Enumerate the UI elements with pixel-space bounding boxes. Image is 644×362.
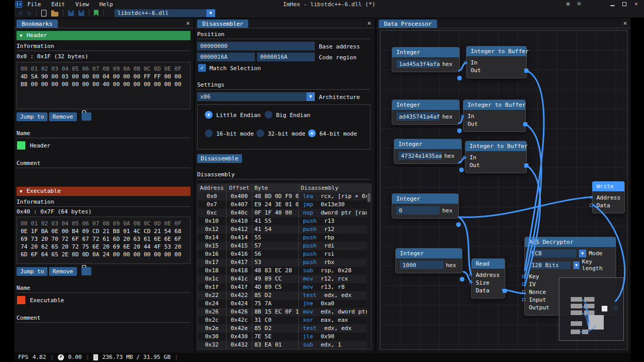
base-address-input[interactable]: 00000000 <box>197 42 315 51</box>
pin-data[interactable]: Data <box>476 287 501 294</box>
integer-value-input[interactable]: 0 <box>396 206 440 215</box>
disassemble-button[interactable]: Disassemble <box>197 154 242 163</box>
table-scrollbar[interactable] <box>367 192 371 349</box>
disassembly-row[interactable]: 0x22 0x422 85 D2 test edx, edx <box>198 291 367 300</box>
create-bookmark-icon[interactable] <box>94 10 99 17</box>
bookmark-color-swatch[interactable] <box>17 141 25 150</box>
node-title[interactable]: Integer <box>396 249 462 258</box>
node-integer-2[interactable]: Integer ad435741a4afde hex <box>392 100 460 125</box>
undo-icon[interactable]: ↺ <box>19 9 23 17</box>
radio-16-bit-mode[interactable] <box>205 129 213 137</box>
aes-keylength-value[interactable]: 128 Bits <box>529 261 571 269</box>
integer-value-input[interactable]: 47324a1435aafe <box>398 152 442 160</box>
node-title[interactable]: Write <box>592 182 624 191</box>
hex-preview[interactable]: 00 01 02 03 04 05 06 07 08 09 0A 0B 0C 0… <box>17 62 190 109</box>
disassembly-row[interactable]: 0x7 0x407 E9 24 3E 01 0 jmp 0x13e30 <box>198 201 367 209</box>
node-title[interactable]: Integer <box>394 139 461 149</box>
node-title[interactable]: Integer to Buffer <box>465 141 526 151</box>
pin-out[interactable]: Out <box>471 67 522 74</box>
disassembly-row[interactable]: 0x26 0x426 8B 15 EC 0F 1 mov edx, dword … <box>198 308 367 316</box>
feedback-smiley-icon[interactable]: ☺ <box>577 0 581 8</box>
maximize-button[interactable] <box>622 2 626 6</box>
menu-edit[interactable]: Edit <box>46 1 71 8</box>
code-region-end-input[interactable]: 0000016A <box>257 53 315 61</box>
disassembly-row[interactable]: 0x10 0x410 41 55 push r13 <box>198 217 367 225</box>
pin-data[interactable]: Data <box>597 202 620 209</box>
column-header-address[interactable]: Address <box>198 184 227 192</box>
tab-disassembler[interactable]: Disassembler <box>197 20 248 28</box>
jump-to-button[interactable]: Jump to <box>17 112 47 121</box>
node-integer-to-buffer-3[interactable]: Integer to Buffer In Out <box>465 141 527 173</box>
column-header-byte[interactable]: Byte <box>252 184 299 192</box>
aes-keylength-combo[interactable]: 128 Bits ▼ Key length <box>529 258 611 272</box>
match-selection-checkbox[interactable]: ✓ <box>198 64 206 72</box>
save-icon[interactable] <box>68 10 74 16</box>
bookmark-name-value[interactable]: Executable <box>30 297 64 304</box>
aes-mode-combo[interactable]: ECB ▼ Mode <box>529 250 611 257</box>
output-pin[interactable] <box>460 277 464 282</box>
settings-gear-icon[interactable]: ⚙ <box>566 0 570 8</box>
lock-button[interactable] <box>82 112 91 121</box>
file-selector-value[interactable]: libstdc++-6.dll <box>115 9 206 17</box>
pin-out[interactable]: Out <box>470 161 522 169</box>
node-title[interactable]: Read <box>472 259 505 269</box>
disassembly-row[interactable]: 0x2e 0x42e 85 D2 test edx, edx <box>198 324 367 333</box>
remove-button[interactable]: Remove <box>49 112 77 121</box>
disassembly-row[interactable]: 0x1c 0x41c 49 89 CC mov r12, rcx <box>198 275 367 283</box>
node-title[interactable]: Integer to Buffer <box>466 46 526 56</box>
scrollbar-thumb[interactable] <box>367 193 371 202</box>
disassembly-row[interactable]: 0x1f 0x41f 4D 89 C5 mov r13, r8 <box>198 283 367 291</box>
node-integer-to-buffer-2[interactable]: Integer to Buffer In Out <box>463 100 526 132</box>
disassembly-row[interactable]: 0x30 0x430 7E 5E jle 0x90 <box>198 333 367 341</box>
node-title[interactable]: Integer <box>392 47 459 57</box>
open-file-icon[interactable] <box>51 12 58 17</box>
architecture-dropdown-icon[interactable]: ▼ <box>307 92 315 101</box>
disassembly-row[interactable]: 0x24 0x424 75 7A jne 0xa0 <box>198 300 367 308</box>
dropdown-icon[interactable]: ▼ <box>573 261 579 269</box>
node-integer-3[interactable]: Integer 47324a1435aafe hex <box>394 139 462 164</box>
file-selector[interactable]: libstdc++-6.dll ▼ <box>115 9 215 17</box>
node-title[interactable]: Integer <box>392 194 458 204</box>
column-header-disassembly[interactable]: Disassembly <box>299 184 371 192</box>
save-as-icon[interactable] <box>78 10 84 16</box>
pin-size[interactable]: Size <box>476 279 501 287</box>
disassembly-row[interactable]: 0x14 0x414 55 push rbp <box>198 234 367 242</box>
close-panel-icon[interactable]: × <box>186 20 190 27</box>
node-integer-1[interactable]: Integer 1ad45a3f4afad4 hex <box>392 47 460 72</box>
menu-file[interactable]: File <box>22 1 46 8</box>
close-panel-icon[interactable]: × <box>623 20 627 27</box>
pin-in[interactable]: In <box>470 154 522 161</box>
disassembly-row[interactable]: 0x15 0x415 57 push rdi <box>198 242 367 250</box>
node-read[interactable]: Read Address Size Data <box>471 258 505 299</box>
output-pin[interactable] <box>459 168 464 172</box>
node-editor-canvas[interactable]: Integer 1ad45a3f4afad4 hex Integer ad435… <box>380 30 627 350</box>
disassembly-row[interactable]: 0xc 0x40c 0F 1F 40 00 nop dword ptr [rax… <box>198 209 367 217</box>
pin-in[interactable]: In <box>468 112 521 120</box>
node-integer-to-buffer-1[interactable]: Integer to Buffer In Out <box>466 46 527 78</box>
radio-little-endian[interactable] <box>205 111 213 119</box>
node-title[interactable]: Integer to Buffer <box>463 100 525 110</box>
new-file-icon[interactable] <box>41 10 46 17</box>
disassembly-row[interactable]: 0x16 0x416 56 push rsi <box>198 250 367 258</box>
minimize-button[interactable] <box>610 5 615 6</box>
hex-preview[interactable]: 00 01 02 03 04 05 06 07 08 09 0A 0B 0C 0… <box>17 217 190 264</box>
bookmark-color-swatch[interactable] <box>17 296 25 304</box>
output-pin[interactable] <box>457 128 462 133</box>
radio-64-bit-mode[interactable] <box>308 129 316 137</box>
bookmark-header-collapsible[interactable]: ▼Executable <box>17 187 190 196</box>
redo-icon[interactable]: ↻ <box>27 9 31 17</box>
disassembly-row[interactable]: 0x2c 0x42c 31 C0 xor eax, eax <box>198 316 367 324</box>
pin-out[interactable]: Out <box>468 120 521 128</box>
integer-value-input[interactable]: ad435741a4afde <box>396 112 440 121</box>
node-title[interactable]: AES Decryptor <box>525 237 616 247</box>
pin-in[interactable]: In <box>471 59 522 67</box>
bookmark-name-value[interactable]: Header <box>30 142 51 149</box>
file-selector-dropdown-icon[interactable]: ▼ <box>206 9 215 17</box>
menu-view[interactable]: View <box>70 1 94 8</box>
bookmark-header-collapsible[interactable]: ▼Header <box>17 31 190 40</box>
node-editor-minimap[interactable] <box>559 277 624 341</box>
tab-bookmarks[interactable]: Bookmarks <box>17 20 58 28</box>
output-pin[interactable] <box>457 76 462 80</box>
radio-32-bit-mode[interactable] <box>256 129 264 137</box>
lock-button[interactable] <box>82 267 91 275</box>
